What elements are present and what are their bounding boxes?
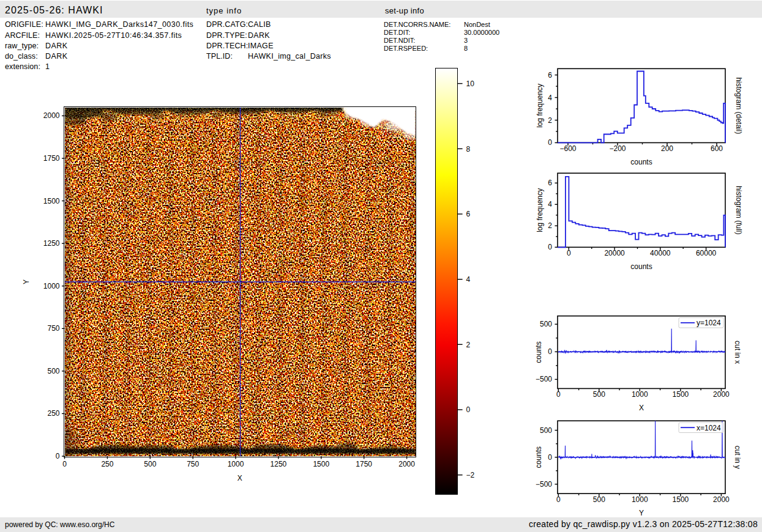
svg-text:1500: 1500 (43, 197, 60, 205)
svg-text:2: 2 (466, 341, 471, 349)
svg-text:40000: 40000 (650, 249, 671, 257)
svg-text:500: 500 (593, 495, 605, 504)
svg-text:4: 4 (548, 200, 552, 209)
svg-text:cut in x: cut in x (733, 341, 742, 364)
svg-text:0: 0 (548, 138, 552, 147)
svg-text:2000: 2000 (398, 460, 415, 468)
svg-text:1750: 1750 (43, 154, 60, 163)
svg-text:500: 500 (593, 390, 605, 399)
svg-text:log frequency: log frequency (536, 188, 544, 232)
svg-text:1500: 1500 (673, 390, 689, 399)
svg-text:10: 10 (466, 79, 475, 88)
svg-text:4: 4 (548, 94, 552, 102)
svg-text:2: 2 (548, 116, 552, 125)
svg-text:0: 0 (62, 460, 67, 468)
svg-text:counts: counts (534, 446, 543, 468)
svg-text:750: 750 (47, 324, 59, 333)
svg-text:2000: 2000 (713, 495, 730, 504)
svg-text:0: 0 (556, 495, 561, 504)
svg-text:counts: counts (630, 158, 652, 166)
svg-text:counts: counts (630, 262, 652, 271)
svg-text:1250: 1250 (43, 239, 60, 248)
svg-text:20000: 20000 (604, 249, 625, 257)
svg-text:6: 6 (548, 179, 552, 187)
svg-text:0: 0 (548, 453, 552, 462)
svg-text:−500: −500 (536, 375, 552, 383)
svg-text:0: 0 (548, 243, 552, 251)
svg-text:cut in y: cut in y (733, 446, 742, 469)
svg-text:−500: −500 (536, 480, 552, 489)
svg-text:200: 200 (661, 144, 673, 153)
svg-text:1500: 1500 (673, 495, 689, 504)
svg-text:log frequency: log frequency (536, 84, 544, 128)
svg-text:1250: 1250 (271, 460, 287, 468)
svg-text:Y: Y (639, 509, 644, 517)
svg-text:−2: −2 (466, 471, 475, 479)
svg-text:X: X (639, 404, 644, 412)
svg-text:500: 500 (540, 320, 552, 328)
svg-text:−200: −200 (609, 144, 626, 153)
svg-text:6: 6 (466, 210, 471, 218)
svg-text:counts: counts (534, 341, 543, 363)
svg-text:histogram (full): histogram (full) (734, 186, 743, 234)
svg-text:6: 6 (548, 71, 552, 79)
svg-text:0: 0 (567, 249, 571, 257)
svg-text:750: 750 (187, 460, 199, 468)
svg-text:2: 2 (548, 221, 552, 230)
svg-text:500: 500 (144, 460, 156, 468)
svg-text:X: X (237, 474, 242, 482)
svg-text:4: 4 (466, 275, 471, 284)
svg-text:1000: 1000 (228, 460, 244, 468)
svg-text:histogram (detail): histogram (detail) (734, 77, 743, 134)
svg-text:1000: 1000 (632, 390, 648, 399)
svg-text:600: 600 (711, 144, 723, 153)
svg-text:250: 250 (101, 460, 113, 468)
svg-text:250: 250 (47, 409, 59, 418)
svg-text:y=1024: y=1024 (697, 319, 721, 327)
svg-text:0: 0 (556, 390, 561, 399)
svg-text:0: 0 (56, 452, 60, 460)
svg-text:500: 500 (47, 367, 59, 375)
svg-text:0: 0 (548, 347, 552, 356)
svg-text:1500: 1500 (313, 460, 329, 468)
svg-text:x=1024: x=1024 (697, 424, 721, 432)
svg-text:2000: 2000 (713, 390, 730, 399)
svg-text:500: 500 (540, 426, 552, 435)
svg-text:Y: Y (22, 279, 31, 284)
svg-text:60000: 60000 (696, 249, 717, 257)
svg-text:2000: 2000 (43, 111, 60, 120)
svg-text:−600: −600 (559, 144, 576, 153)
svg-text:1000: 1000 (43, 282, 60, 290)
svg-text:8: 8 (466, 145, 471, 153)
svg-text:1750: 1750 (356, 460, 372, 468)
svg-text:1000: 1000 (632, 495, 648, 504)
svg-text:0: 0 (466, 405, 471, 414)
